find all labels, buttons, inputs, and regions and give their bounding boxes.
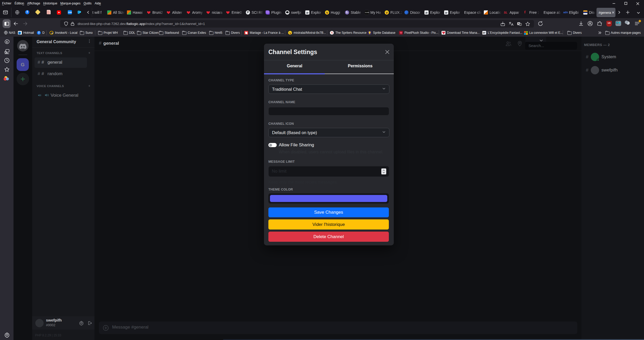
- svg-text:2: 2: [520, 23, 521, 25]
